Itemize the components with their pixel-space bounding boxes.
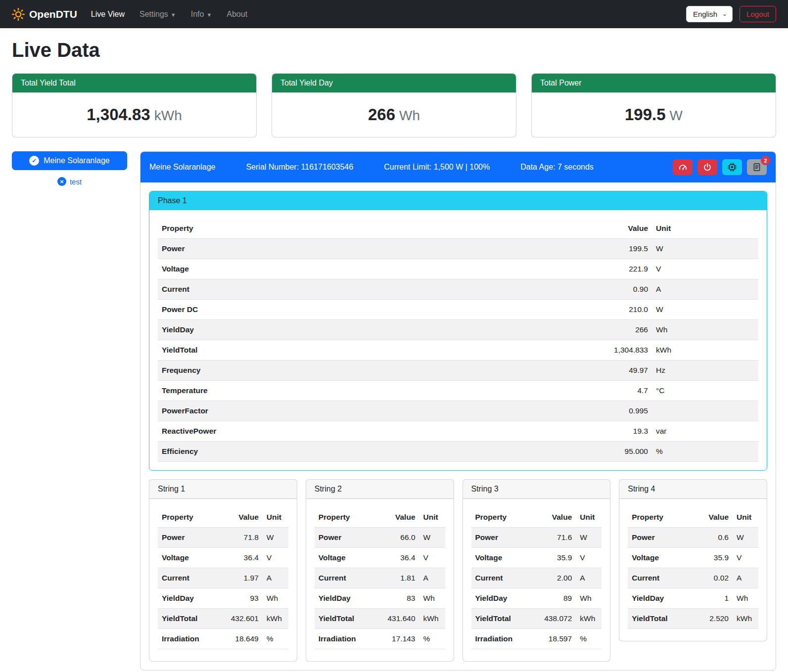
value-cell: 431.640 bbox=[383, 609, 419, 629]
col-value: Value bbox=[697, 507, 733, 528]
value-cell: 1 bbox=[697, 588, 733, 609]
value-cell: 1,304.833 bbox=[578, 340, 652, 360]
col-property: Property bbox=[628, 507, 697, 528]
property-cell: Current bbox=[158, 279, 578, 300]
col-value: Value bbox=[227, 507, 263, 528]
property-cell: YieldDay bbox=[158, 588, 227, 609]
card-body: 1,304.83kWh bbox=[12, 92, 256, 137]
property-cell: Power bbox=[471, 528, 541, 548]
table-row: Power71.6W bbox=[471, 528, 602, 548]
card-value: 199.5 bbox=[625, 105, 666, 124]
journal-icon bbox=[752, 163, 761, 172]
language-select[interactable]: English ⌄ bbox=[686, 6, 733, 22]
property-cell: Voltage bbox=[158, 548, 227, 568]
value-cell: 0.995 bbox=[578, 401, 652, 421]
cpu-icon bbox=[728, 163, 737, 172]
unit-cell: Wh bbox=[733, 588, 758, 609]
table-row: Voltage35.9V bbox=[471, 548, 602, 568]
string-3-card: String 3 Property Value Unit bbox=[463, 479, 611, 662]
unit-cell: kWh bbox=[733, 609, 758, 629]
summary-cards: Total Yield Total 1,304.83kWh Total Yiel… bbox=[12, 73, 776, 137]
sidebar-item-test[interactable]: ✕ test bbox=[12, 177, 127, 186]
property-cell: Frequency bbox=[158, 360, 578, 381]
brand[interactable]: OpenDTU bbox=[12, 8, 77, 21]
card-unit: W bbox=[670, 108, 683, 123]
nav-item-info[interactable]: Info▼ bbox=[191, 10, 212, 19]
event-log-button[interactable]: 2 bbox=[747, 159, 767, 175]
value-cell: 0.6 bbox=[697, 528, 733, 548]
property-cell: Irradiation bbox=[158, 629, 227, 649]
card-body: 199.5W bbox=[532, 92, 776, 137]
nav-links: Live View Settings▼ Info▼ About bbox=[91, 10, 247, 19]
unit-cell: °C bbox=[652, 381, 758, 401]
property-cell: Power bbox=[158, 239, 578, 259]
table-row: Voltage36.4V bbox=[315, 548, 445, 568]
table-row: YieldDay93Wh bbox=[158, 588, 288, 609]
table-row: PowerFactor0.995 bbox=[158, 401, 758, 421]
string-2-card: String 2 Property Value Unit bbox=[306, 479, 454, 662]
table-row: Irradiation17.143% bbox=[315, 629, 445, 649]
unit-cell: % bbox=[576, 629, 602, 649]
property-cell: YieldTotal bbox=[158, 609, 227, 629]
power-button[interactable] bbox=[697, 159, 717, 175]
card-unit: kWh bbox=[154, 108, 182, 123]
table-header-row: Property Value Unit bbox=[158, 507, 288, 528]
table-row: YieldDay266Wh bbox=[158, 320, 758, 340]
property-cell: PowerFactor bbox=[158, 401, 578, 421]
card-value: 266 bbox=[368, 105, 395, 124]
property-cell: Irradiation bbox=[315, 629, 384, 649]
property-cell: YieldDay bbox=[158, 320, 578, 340]
table-header-row: Property Value Unit bbox=[628, 507, 758, 528]
col-property: Property bbox=[158, 507, 227, 528]
property-cell: Power bbox=[628, 528, 697, 548]
phase-header: Phase 1 bbox=[149, 191, 767, 210]
value-cell: 4.7 bbox=[578, 381, 652, 401]
value-cell: 89 bbox=[540, 588, 576, 609]
string-header: String 4 bbox=[619, 480, 767, 499]
nav-item-about[interactable]: About bbox=[227, 10, 247, 19]
inverter-limit: Current Limit: 1,500 W | 100% bbox=[384, 163, 490, 172]
limit-settings-button[interactable] bbox=[673, 159, 693, 175]
inverter-panel: Meine Solaranlage Serial Number: 1161716… bbox=[140, 151, 776, 671]
value-cell: 18.649 bbox=[227, 629, 263, 649]
property-cell: YieldTotal bbox=[628, 609, 697, 629]
nav-item-live-view[interactable]: Live View bbox=[91, 10, 125, 19]
inverter-panel-header: Meine Solaranlage Serial Number: 1161716… bbox=[140, 152, 776, 182]
property-cell: YieldDay bbox=[628, 588, 697, 609]
card-header: Total Yield Total bbox=[12, 74, 256, 92]
inverter-select-button[interactable]: ✓ Meine Solaranlage bbox=[12, 151, 127, 170]
unit-cell: W bbox=[576, 528, 602, 548]
unit-cell: W bbox=[652, 239, 758, 259]
navbar: OpenDTU Live View Settings▼ Info▼ About … bbox=[0, 0, 788, 28]
property-cell: Irradiation bbox=[471, 629, 541, 649]
table-row: Frequency49.97Hz bbox=[158, 360, 758, 381]
string-1-card: String 1 Property Value Unit bbox=[149, 479, 297, 662]
unit-cell: kWh bbox=[576, 609, 602, 629]
value-cell: 17.143 bbox=[383, 629, 419, 649]
unit-cell: var bbox=[652, 421, 758, 442]
strings-row: String 1 Property Value Unit bbox=[149, 479, 767, 662]
unit-cell: kWh bbox=[419, 609, 445, 629]
value-cell: 199.5 bbox=[578, 239, 652, 259]
string-1-table: Property Value Unit Power71.8WVoltage36.… bbox=[158, 507, 288, 649]
device-info-button[interactable] bbox=[722, 159, 742, 175]
unit-cell: Wh bbox=[263, 588, 288, 609]
value-cell: 49.97 bbox=[578, 360, 652, 381]
card-unit: Wh bbox=[399, 108, 420, 123]
value-cell: 0.90 bbox=[578, 279, 652, 300]
unit-cell: % bbox=[652, 442, 758, 462]
total-yield-total-card: Total Yield Total 1,304.83kWh bbox=[12, 73, 257, 137]
property-cell: Power bbox=[315, 528, 384, 548]
logout-button[interactable]: Logout bbox=[740, 6, 776, 22]
power-icon bbox=[703, 163, 712, 172]
value-cell: 0.02 bbox=[697, 568, 733, 588]
table-row: Voltage221.9V bbox=[158, 259, 758, 279]
col-property: Property bbox=[315, 507, 384, 528]
nav-item-settings[interactable]: Settings▼ bbox=[139, 10, 176, 19]
property-cell: Efficiency bbox=[158, 442, 578, 462]
col-value: Value bbox=[540, 507, 576, 528]
unit-cell: W bbox=[733, 528, 758, 548]
total-power-card: Total Power 199.5W bbox=[531, 73, 776, 137]
nav-right: English ⌄ Logout bbox=[686, 6, 776, 22]
unit-cell: Wh bbox=[652, 320, 758, 340]
